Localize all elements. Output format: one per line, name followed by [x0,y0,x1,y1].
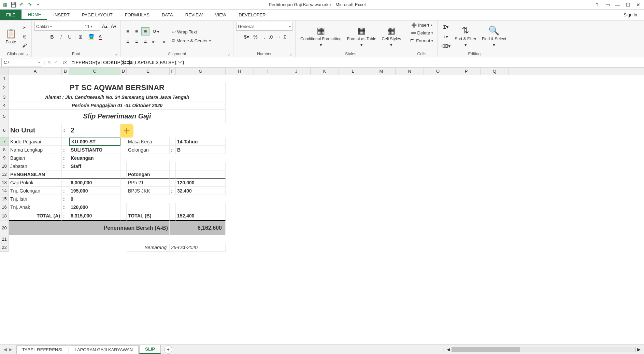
cell-D16[interactable] [120,203,127,211]
help-icon[interactable]: ? [593,1,602,9]
cell-F20[interactable]: 6,162,600 [170,221,226,235]
cell-B15[interactable]: : [62,195,69,203]
cell-B12[interactable] [62,170,69,179]
col-header-l[interactable]: L [339,68,367,75]
redo-icon[interactable]: ↷ [26,1,33,9]
cell-E14[interactable]: BPJS JKK [127,187,170,195]
col-header-f[interactable]: F [170,68,176,75]
cell-C18[interactable]: 6,315,000 [69,211,120,221]
cell-G16[interactable] [176,203,226,211]
fill-icon[interactable]: ↓▾ [440,32,451,41]
hscroll-left-icon[interactable]: ◀ [447,347,450,352]
cell-G14[interactable]: 32,400 [176,187,226,195]
cell-F22[interactable]: 26-Oct-2020 [170,243,226,252]
fx-icon[interactable]: fx [60,60,69,65]
cell-C7[interactable]: KU-009-ST [69,138,120,146]
row-header-21[interactable]: 21 [0,235,9,243]
sheet-tab-referensi[interactable]: TABEL REFERENSI [16,345,68,354]
comma-icon[interactable]: , [260,33,269,41]
col-header-h[interactable]: H [226,68,254,75]
cell-F10[interactable] [170,162,176,170]
increase-font-icon[interactable]: A▴ [101,22,109,30]
tab-view[interactable]: VIEW [209,10,232,20]
col-header-e[interactable]: E [127,68,170,75]
cell-A7[interactable]: Kode Pegawai [9,138,62,146]
cell-F8[interactable]: : [170,146,176,154]
cell-G8[interactable]: B [176,146,226,154]
cell-F12[interactable] [170,170,176,179]
cell-E16[interactable] [127,203,170,211]
align-center-icon[interactable]: ≡ [132,38,141,46]
number-launcher-icon[interactable]: ⤢ [290,53,292,56]
clear-icon[interactable]: ⌫▾ [440,42,451,50]
cell-E22[interactable]: Semarang, [127,243,170,252]
horizontal-scrollbar[interactable] [452,347,636,352]
autosum-icon[interactable]: Σ▾ [440,23,451,31]
cell-E12[interactable]: Potongan [127,170,170,179]
accounting-icon[interactable]: $▾ [243,33,251,41]
cell-E7[interactable]: Masa Kerja [127,138,170,146]
cell-A12[interactable]: PENGHASILAN [9,170,62,179]
row-header-6[interactable]: 6 [0,123,9,138]
insert-cells-button[interactable]: ➕Insert▾ [410,22,434,28]
cell-styles-button[interactable]: ▦Cell Styles▾ [380,25,403,48]
grid[interactable]: 12345678910121314151618202122 PT SC AQWA… [0,75,644,260]
cell-A14[interactable]: Tnj. Golongan [9,187,62,195]
clipboard-launcher-icon[interactable]: ⤢ [26,53,29,56]
align-top-icon[interactable]: ≡ [124,27,132,36]
cell-B13[interactable]: : [62,179,69,187]
align-middle-icon[interactable]: ≡ [132,27,141,36]
row-header-14[interactable]: 14 [0,187,9,195]
cell-C13[interactable]: 6,000,000 [69,179,120,187]
number-format-select[interactable]: General▾ [236,22,292,31]
copy-icon[interactable]: ⎘ [20,32,29,41]
italic-button[interactable]: I [57,33,65,41]
cell-G7[interactable]: 14 Tahun [176,138,226,146]
cell-F7[interactable]: : [170,138,176,146]
cell-C6[interactable]: 2 [69,123,120,138]
cell-C12[interactable] [69,170,120,179]
bold-button[interactable]: B [48,33,56,41]
tab-home[interactable]: HOME [22,10,47,20]
row-header-22[interactable]: 22 [0,243,9,252]
cell-F18[interactable] [170,211,176,221]
col-header-a[interactable]: A [9,68,62,75]
cell-E13[interactable]: PPh 21 [127,179,170,187]
cell-B8[interactable]: : [62,146,69,154]
tab-review[interactable]: REVIEW [179,10,209,20]
wrap-text-button[interactable]: ↩Wrap Text [171,29,212,35]
row-header-12[interactable]: 12 [0,170,9,179]
cell-C16[interactable]: 120,000 [69,203,120,211]
row-header-4[interactable]: 4 [0,101,9,110]
cell-E8[interactable]: Golongan [127,146,170,154]
cell-C9[interactable]: Keuangan [69,154,120,162]
row-header-10[interactable]: 10 [0,162,9,170]
orientation-icon[interactable]: ⟳▾ [150,27,162,36]
underline-button[interactable]: U [66,33,74,41]
cell-A10[interactable]: Jabatan [9,162,62,170]
cell-D10[interactable] [120,162,127,170]
cell-B6[interactable]: : [62,123,69,138]
borders-button[interactable]: ⊞ [76,33,85,41]
tab-scroll-right-icon[interactable]: ▶ [9,347,12,352]
cell-B18[interactable]: : [62,211,69,221]
cell-C8[interactable]: SULISTIANTO [69,146,120,154]
tab-developer[interactable]: DEVELOPER [232,10,272,20]
cell-E10[interactable] [127,162,170,170]
decrease-indent-icon[interactable]: ⇤ [150,38,158,46]
hscroll-right-icon[interactable]: ▶ [637,347,641,352]
row-header-3[interactable]: 3 [0,93,9,101]
cell-A13[interactable]: Gaji Pokok [9,179,62,187]
cell-G12[interactable] [176,170,226,179]
cell-A9[interactable]: Bagian [9,154,62,162]
col-header-d[interactable]: D [120,68,127,75]
cell-D12[interactable] [120,170,127,179]
row-header-2[interactable]: 2 [0,82,9,93]
percent-icon[interactable]: % [252,33,260,41]
tab-formulas[interactable]: FORMULAS [119,10,156,20]
merge-center-button[interactable]: ⧉Merge & Center▾ [171,37,212,44]
col-header-i[interactable]: I [254,68,282,75]
format-as-table-button[interactable]: ▦Format as Table▾ [345,25,378,48]
cell-E18[interactable]: TOTAL (B) [127,211,170,221]
row-header-15[interactable]: 15 [0,195,9,203]
